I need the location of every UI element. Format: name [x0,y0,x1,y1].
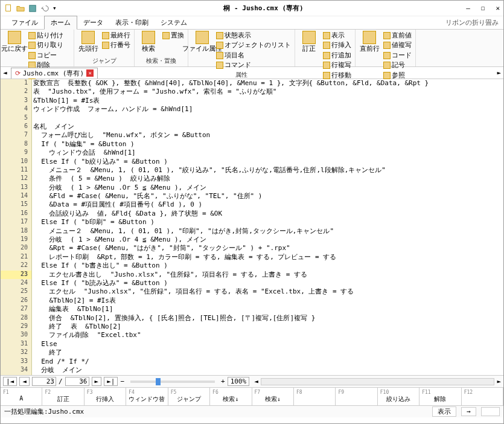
line-number[interactable]: 23 [1,271,31,279]
line-number[interactable]: 12 [1,175,31,183]
reload-icon[interactable]: ⟳ [15,69,21,77]
line-number[interactable]: 21 [1,253,31,262]
line-number[interactable]: 15 [1,201,31,209]
ribbon-item[interactable]: 直前行 [359,31,380,53]
ribbon-item[interactable]: 最終行 [102,31,130,40]
code-line[interactable]: 終了 表 &TblNo[2] [33,323,503,331]
zoom-thumb[interactable] [156,378,161,385]
line-number[interactable]: 6 [1,123,31,131]
tab-next-icon[interactable]: ► [497,69,501,77]
line-number[interactable]: 22 [1,262,31,270]
line-number[interactable]: 28 [1,314,31,323]
code-line[interactable]: If ( "b編集" = &Button ) [33,140,503,149]
line-number[interactable]: 34 [1,366,31,374]
line-number[interactable]: 16 [1,210,31,218]
func-key-F4[interactable]: F4ウィンドウ替 [126,388,168,405]
code-line[interactable]: エクセル書き出し "Jusho.xlsx", "住所録", 項目名行 = する,… [33,271,503,279]
line-number[interactable]: 18 [1,227,31,236]
code-line[interactable]: Else [33,340,503,349]
code-line[interactable]: Else If ( "b印刷" = &Button ) [33,218,503,226]
code-line[interactable]: 会話絞り込み 値, &Fld{ &Data }, 終了状態 = &OK [33,210,503,218]
status-ext-button[interactable] [481,407,500,416]
save-icon[interactable] [28,4,37,13]
nav-next[interactable]: ► [92,377,102,386]
ribbon-item[interactable]: 元に戻す [4,31,25,53]
code-line[interactable]: 分岐 ( 1 > &Menu .Or 4 ≦ &Menu ), メイン [33,236,503,244]
ribbon-item[interactable]: 行複写 [323,60,351,69]
line-number[interactable]: 31 [1,340,31,349]
dropdown-icon[interactable]: ▾ [53,4,61,13]
line-number[interactable]: 33 [1,358,31,366]
minimize-button[interactable]: — [466,4,470,12]
func-key-F12[interactable]: F12 [462,388,503,405]
tab-data[interactable]: データ [77,16,109,29]
ribbon-item[interactable]: 状態表示 [216,31,291,40]
code-line[interactable]: &Fld = #Case( &Menu, "氏名", "ふりがな", "TEL"… [33,192,503,201]
code-line[interactable]: 変数宣言 長整数{ &OK }, 整数{ &hWnd[40], &TblNo[4… [33,79,503,88]
ribbon-item[interactable]: 訂正 [299,31,319,53]
line-number[interactable]: 3 [1,97,31,105]
tab-system[interactable]: システム [155,16,193,29]
ribbon-item[interactable]: ファイル属性 [192,31,212,53]
nav-prev[interactable]: ◄ [19,377,30,386]
line-number[interactable]: 8 [1,140,31,149]
status-display-button[interactable]: 表示 [432,406,456,417]
ribbon-item[interactable]: 直前値 [383,31,412,40]
line-number[interactable]: 24 [1,279,31,287]
code-line[interactable]: Else If ( "b読み込み" = &Button ) [33,279,503,287]
zoom-out[interactable]: − [120,377,124,385]
code-line[interactable]: &TblNo[1] = #Is表 [33,97,503,105]
open-icon[interactable] [16,4,25,13]
ribbon-item[interactable]: コピー [28,51,70,60]
line-number[interactable]: 19 [1,236,31,244]
line-number[interactable]: 4 [1,105,31,114]
zoom-value[interactable]: 100% [228,377,250,386]
new-icon[interactable] [4,4,13,13]
code-line[interactable]: ファイル削除 "Excel.tbx" [33,331,503,339]
line-number[interactable]: 30 [1,331,31,339]
func-key-F7[interactable]: F7検索↓ [252,388,294,405]
code-line[interactable]: Else If ( "b書き出し" = &Button ) [33,262,503,270]
line-number[interactable]: 11 [1,166,31,175]
code-line[interactable]: 条件 ( 5 = &Menu ) 絞り込み解除 [33,175,503,183]
func-key-F5[interactable]: F5ジャンプ [168,388,210,405]
ribbon-item[interactable]: 行挿入 [323,40,351,50]
code-line[interactable]: 表 "Jusho.tbx", 使用フォーム = "Jusho.wfx", 索引名… [33,88,503,96]
code-line[interactable]: Else If ( "b絞り込み" = &Button ) [33,158,503,166]
tab-home[interactable]: ホーム [44,16,77,30]
line-number[interactable]: 20 [1,244,31,252]
func-key-F6[interactable]: F6検索↓ [210,388,252,405]
code-line[interactable]: &Rpt = #Case( &Menu, "はがき", "封筒", "タックシー… [33,244,503,252]
status-arrow-button[interactable]: → [461,407,476,416]
code-line[interactable] [33,114,503,123]
undo-icon[interactable] [40,4,49,13]
code-line[interactable]: 併合 &TblNo[2], 置換挿入, { [氏名]照合, [TEL]照合, [… [33,314,503,323]
ribbon-item[interactable]: 値複写 [383,40,412,50]
code-line[interactable]: ウィンドウ会話 &hWnd[1] [33,149,503,157]
ribbon-item[interactable]: 先頭行 [78,31,98,53]
line-number[interactable]: 7 [1,131,31,140]
file-tab[interactable]: ⟳ Jusho.cmx (専有) × [11,68,98,79]
ribbon-item[interactable]: 参照 [383,71,412,80]
ribbon-item[interactable]: 記号 [383,60,412,69]
line-number[interactable]: 2 [1,88,31,96]
ribbon-item[interactable]: 行追加 [323,51,351,60]
line-number[interactable]: 27 [1,305,31,313]
hscroll-left[interactable]: ◄ [254,377,258,385]
code-line[interactable]: フォーム呼び出し "Menu.wfx", ボタン = &Button [33,131,503,140]
code-line[interactable]: 分岐 ( 1 > &Menu .Or 5 ≦ &Menu ), メイン [33,184,503,192]
collapse-ribbon[interactable]: リボンの折り畳み [445,18,499,27]
code-line[interactable]: エクセル "Jusho.xlsx", "住所録", 項目名行 = する, 表名 … [33,287,503,296]
tab-file[interactable]: ファイル [5,16,44,29]
code-line[interactable]: &Data = #項目属性( #項目番号( &Fld ), 0 ) [33,201,503,209]
code-line[interactable]: &TblNo[2] = #Is表 [33,297,503,305]
ribbon-item[interactable]: 表示 [323,31,351,40]
close-button[interactable]: ✕ [496,4,500,12]
code-line[interactable]: 名札 メイン [33,123,503,131]
func-key-F10[interactable]: F10絞り込み [378,388,419,405]
code-line[interactable]: 終了 [33,349,503,357]
nav-first[interactable]: |◄ [3,377,17,386]
line-number[interactable]: 25 [1,287,31,296]
ribbon-item[interactable]: 行番号 [102,40,130,50]
ribbon-item[interactable]: コード [383,51,412,60]
